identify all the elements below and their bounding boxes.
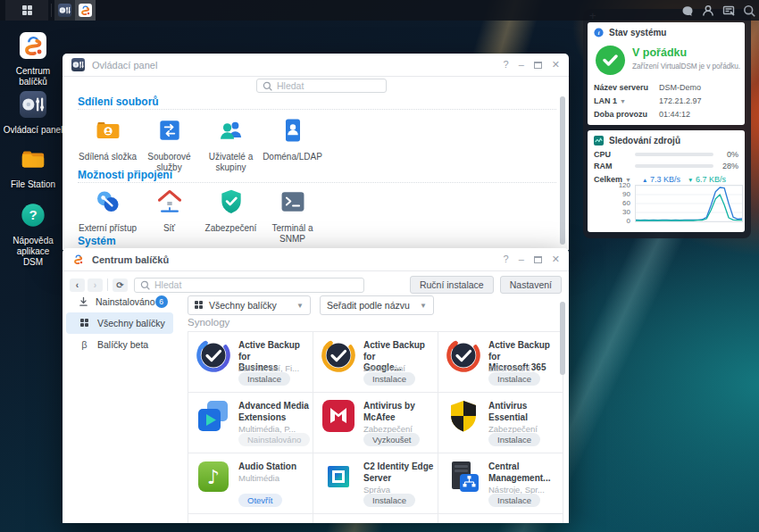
window-title: Centrum balíčků: [92, 254, 169, 265]
package-card[interactable]: Audio Station Multimédia Otevřít: [188, 453, 313, 514]
antivirus-mcafee-icon: [321, 398, 356, 434]
lan-label[interactable]: LAN 1▼: [594, 96, 659, 105]
package-card[interactable]: Active Backup for Microsoft 365 Zálohová…: [438, 332, 563, 393]
status-ok-icon: [596, 46, 625, 75]
y-tick-label: 0: [602, 218, 630, 225]
installed-button[interactable]: Nainstalováno: [238, 433, 310, 446]
sidebar-item-beta-packages[interactable]: β Balíčky beta: [66, 334, 173, 355]
package-card[interactable]: C2 Identity Edge Server Správa Instalace: [313, 453, 438, 514]
desktop-icon-dsm-help[interactable]: Nápověda aplikace DSM: [2, 202, 64, 268]
try-button[interactable]: Vyzkoušet: [363, 433, 420, 446]
package-card[interactable]: Antivirus Essential Zabezpečení Instalac…: [438, 393, 563, 453]
install-button[interactable]: Instalace: [363, 494, 415, 507]
search-input[interactable]: [154, 279, 358, 290]
monitor-icon: [594, 136, 604, 145]
desktop-icon-package-center[interactable]: Centrum balíčků: [2, 32, 64, 87]
search-button[interactable]: [738, 0, 759, 21]
chevron-down-icon: ▼: [296, 302, 304, 310]
server-name-value: DSM-Demo: [659, 83, 701, 92]
install-button[interactable]: Instalace: [363, 372, 415, 386]
minimize-button[interactable]: –: [519, 254, 524, 264]
cp-item-domain-ldap[interactable]: Doména/LDAP: [262, 116, 323, 173]
taskbar-control-panel-button[interactable]: [54, 0, 75, 21]
widget-title: Sledování zdrojů: [609, 136, 680, 145]
sidebar-item-label: Všechny balíčky: [97, 318, 165, 328]
user-menu-button[interactable]: [697, 0, 718, 21]
install-button[interactable]: Instalace: [488, 433, 540, 446]
package-center-icon: [20, 32, 46, 59]
cp-item-security[interactable]: Zabezpečení: [200, 187, 262, 245]
taskbar: [0, 0, 759, 21]
cp-item-shared-folder[interactable]: Sdílená složka: [77, 116, 138, 173]
install-button[interactable]: Instalace: [488, 494, 540, 507]
chat-button[interactable]: [677, 0, 697, 21]
domain-ldap-icon: [279, 116, 307, 145]
cp-item-network[interactable]: Síť: [138, 187, 200, 245]
back-button[interactable]: ‹: [70, 278, 85, 292]
manual-install-button[interactable]: Ruční instalace: [410, 276, 494, 294]
forward-button[interactable]: ›: [88, 278, 103, 292]
desktop-icon-file-station[interactable]: File Station: [2, 145, 64, 190]
package-title: Antivirus Essential: [488, 401, 560, 423]
sort-dropdown[interactable]: Seřadit podle názvu ▼: [320, 295, 434, 315]
filter-dropdown[interactable]: Všechny balíčky ▼: [188, 295, 311, 315]
maximize-button[interactable]: [534, 62, 542, 69]
minimize-button[interactable]: –: [519, 60, 524, 70]
toolbar-separator: [107, 278, 108, 291]
maximize-button[interactable]: [534, 256, 542, 263]
install-button[interactable]: Instalace: [488, 372, 540, 386]
main-menu-button[interactable]: [5, 0, 48, 21]
package-card: [313, 514, 438, 523]
cp-item-label: Terminál a SNMP: [262, 223, 323, 245]
install-button[interactable]: Instalace: [238, 372, 290, 386]
desktop-icon-control-panel[interactable]: Ovládací panel: [2, 91, 64, 136]
package-title: Advanced Media Extensions: [238, 401, 310, 423]
refresh-button[interactable]: ⟳: [113, 278, 128, 292]
control-panel-search[interactable]: [256, 79, 387, 93]
control-panel-titlebar[interactable]: Ovládací panel ? – ✕: [63, 54, 569, 77]
advanced-media-extensions-icon: [196, 398, 231, 434]
search-icon: [140, 280, 150, 290]
help-button[interactable]: ?: [504, 254, 509, 264]
section-title: Možnosti připojení: [78, 169, 172, 181]
cp-item-users-groups[interactable]: Uživatelé a skupiny: [200, 116, 262, 173]
settings-button[interactable]: Nastavení: [500, 276, 562, 294]
taskbar-tray: [677, 0, 759, 21]
package-search[interactable]: [134, 278, 364, 293]
sort-value: Seřadit podle názvu: [327, 300, 410, 311]
sidebar-item-installed[interactable]: Nainstalováno 6: [66, 291, 173, 312]
cp-item-label: Uživatelé a skupiny: [200, 152, 262, 173]
cp-item-terminal-snmp[interactable]: Terminál a SNMP: [262, 187, 323, 245]
download-icon: [79, 296, 88, 307]
package-center-titlebar[interactable]: Centrum balíčků ? – ✕: [63, 248, 569, 271]
cp-item-file-services[interactable]: Souborové služby: [138, 116, 200, 173]
info-icon: i: [594, 28, 604, 37]
package-card[interactable]: Active Backup for Business Zálohování, F…: [188, 332, 313, 393]
widgets-pin-icon: [722, 4, 735, 17]
search-input[interactable]: [277, 80, 380, 91]
package-center-icon: [71, 253, 85, 266]
widgets-button[interactable]: [718, 0, 738, 21]
desktop-icon-label: File Station: [2, 179, 64, 190]
group-title: Synology: [188, 317, 229, 328]
antivirus-essential-icon: [446, 398, 481, 434]
active-backup-microsoft-icon: [446, 337, 481, 373]
close-button[interactable]: ✕: [552, 60, 560, 70]
taskbar-package-center-button[interactable]: [75, 0, 96, 21]
system-health-widget: i Stav systému V pořádku Zařízení Virtua…: [588, 22, 745, 125]
open-button[interactable]: Otevřít: [238, 494, 282, 507]
file-station-icon: [20, 145, 46, 172]
package-card[interactable]: Antivirus by McAfee Zabezpečení Vyzkouše…: [313, 393, 438, 453]
scrollbar-thumb[interactable]: [560, 302, 565, 375]
package-card[interactable]: Central Management... Nástroje, Spr... I…: [438, 453, 563, 514]
cp-item-label: Sdílená složka: [77, 152, 138, 162]
sidebar-item-all-packages[interactable]: Všechny balíčky: [66, 312, 173, 334]
svg-text:i: i: [598, 29, 600, 37]
package-card[interactable]: Advanced Media Extensions Multimédia, P.…: [188, 393, 313, 453]
help-button[interactable]: ?: [504, 60, 509, 70]
package-title: C2 Identity Edge Server: [363, 461, 435, 484]
close-button[interactable]: ✕: [552, 254, 560, 264]
scrollbar-thumb[interactable]: [560, 96, 565, 245]
desktop-icon-label: Centrum balíčků: [2, 66, 64, 87]
package-card[interactable]: Active Backup for Google... Zálohování I…: [313, 332, 438, 393]
